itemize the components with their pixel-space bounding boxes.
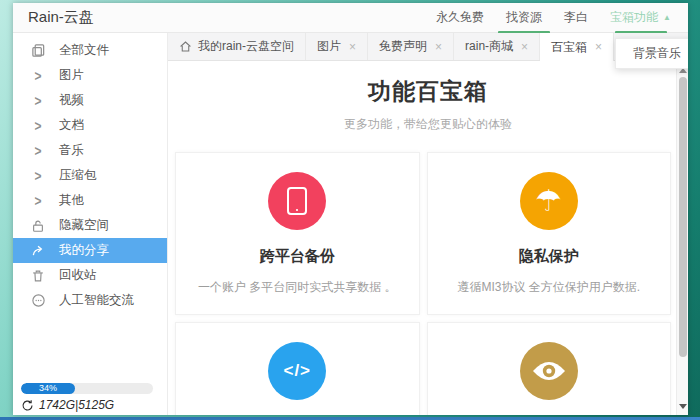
card-cross-platform-backup[interactable]: 跨平台备份 一个账户 多平台同时实式共享数据 。: [175, 152, 420, 315]
sidebar-item-pictures[interactable]: > 图片: [13, 63, 167, 88]
tab-pictures[interactable]: 图片 ×: [306, 33, 368, 60]
tab-home-space[interactable]: 我的rain-云盘空间: [168, 33, 306, 60]
scrollbar-thumb[interactable]: [679, 77, 687, 357]
nav-item-find-resources[interactable]: 找资源: [495, 3, 553, 32]
page-subtitle: 更多功能，带给您更贴心的体验: [168, 116, 688, 133]
tablet-icon: [268, 172, 326, 230]
tab-treasure-box[interactable]: 百宝箱 ×: [540, 33, 614, 61]
close-icon[interactable]: ×: [595, 40, 602, 54]
sidebar-item-videos[interactable]: > 视频: [13, 88, 167, 113]
sidebar-item-recycle-bin[interactable]: 回收站: [13, 263, 167, 288]
card-desc: 一个账户 多平台同时实式共享数据 。: [176, 279, 419, 296]
trash-icon: [30, 269, 46, 283]
chevron-up-icon: ▲: [663, 13, 671, 22]
close-icon[interactable]: ×: [435, 40, 442, 54]
close-icon[interactable]: ×: [521, 40, 528, 54]
sidebar-item-all-files[interactable]: 全部文件: [13, 38, 167, 63]
nav-item-treasure-menu[interactable]: 宝箱功能 ▲: [599, 3, 682, 32]
lock-icon: [30, 219, 46, 233]
chevron-right-icon: >: [30, 142, 46, 160]
close-icon[interactable]: ×: [349, 40, 356, 54]
tab-rain-mall[interactable]: rain-商城 ×: [454, 33, 540, 60]
app-title: Rain-云盘: [28, 8, 94, 27]
card-desc: 遵循MI3协议 全方位保护用户数据.: [428, 279, 671, 296]
storage-progressbar: 34%: [21, 383, 153, 394]
sync-icon: [21, 399, 34, 412]
chevron-right-icon: >: [30, 192, 46, 210]
nav-item-free-forever[interactable]: 永久免费: [425, 3, 495, 32]
card-title: 跨平台备份: [176, 247, 419, 266]
sidebar-item-hidden-space[interactable]: 隐藏空间: [13, 213, 167, 238]
sidebar-item-music[interactable]: > 音乐: [13, 138, 167, 163]
treasure-box-page: 功能百宝箱 更多功能，带给您更贴心的体验 跨平台备份 一个账户 多平台: [168, 61, 688, 415]
chevron-right-icon: >: [30, 67, 46, 85]
card-title: 隐私保护: [428, 247, 671, 266]
storage-progress-fill: 34%: [21, 383, 75, 394]
card-access-trace-view[interactable]: 访问痕迹查看: [427, 322, 672, 415]
sidebar-item-archives[interactable]: > 压缩包: [13, 163, 167, 188]
sidebar-item-my-shares[interactable]: 我的分享: [13, 238, 167, 263]
chat-icon: [30, 293, 46, 308]
eye-icon: [520, 342, 578, 400]
window-header: Rain-云盘 永久免费 找资源 李白 宝箱功能 ▲: [13, 3, 688, 33]
chevron-right-icon: >: [30, 117, 46, 135]
home-icon: [179, 40, 192, 53]
sidebar: 全部文件 > 图片 > 视频 > 文档 > 音乐: [13, 33, 168, 415]
umbrella-icon: ☂: [520, 172, 578, 230]
app-window: Rain-云盘 永久免费 找资源 李白 宝箱功能 ▲: [13, 3, 688, 415]
nav-item-username[interactable]: 李白: [553, 3, 599, 32]
storage-panel: 34% 1742G|5125G: [21, 383, 153, 412]
chevron-right-icon: >: [30, 92, 46, 110]
menu-item-background-music[interactable]: 背景音乐: [615, 38, 688, 69]
tab-free-statement[interactable]: 免费声明 ×: [368, 33, 454, 60]
share-icon: [30, 243, 46, 258]
storage-capacity: 1742G|5125G: [39, 398, 114, 412]
code-icon: </>: [268, 342, 326, 400]
main-area: 我的rain-云盘空间 图片 × 免费声明 × rain-商城 ×: [168, 33, 688, 415]
feature-cards: 跨平台备份 一个账户 多平台同时实式共享数据 。 ☂ 隐私保护 遵循MI3协议 …: [175, 152, 671, 415]
vertical-scrollbar[interactable]: [676, 61, 688, 415]
card-privacy-protection[interactable]: ☂ 隐私保护 遵循MI3协议 全方位保护用户数据.: [427, 152, 672, 315]
card-plugin-support[interactable]: </> 支持插件: [175, 322, 420, 415]
scroll-down-icon[interactable]: [679, 404, 687, 409]
sidebar-item-others[interactable]: > 其他: [13, 188, 167, 213]
header-nav: 永久免费 找资源 李白 宝箱功能 ▲: [425, 3, 682, 32]
tab-bar: 我的rain-云盘空间 图片 × 免费声明 × rain-商城 ×: [168, 33, 688, 61]
files-icon: [30, 43, 46, 58]
chevron-right-icon: >: [30, 167, 46, 185]
desktop: Rain-云盘 永久免费 找资源 李白 宝箱功能 ▲: [0, 0, 700, 420]
page-title: 功能百宝箱: [168, 76, 688, 107]
sidebar-item-ai-chat[interactable]: 人工智能交流: [13, 288, 167, 313]
sidebar-item-documents[interactable]: > 文档: [13, 113, 167, 138]
